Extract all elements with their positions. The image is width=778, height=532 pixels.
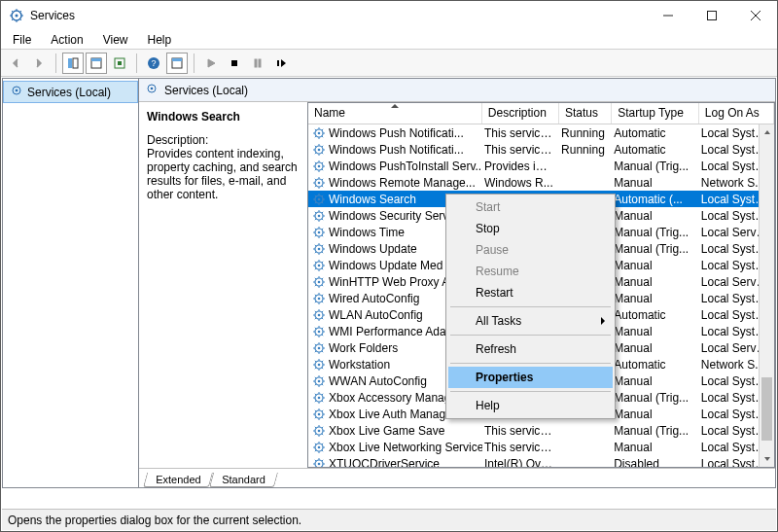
gear-icon bbox=[312, 176, 326, 190]
svg-point-27 bbox=[318, 181, 321, 184]
forward-button[interactable] bbox=[28, 53, 50, 74]
col-name[interactable]: Name bbox=[308, 103, 482, 124]
stop-service-button[interactable] bbox=[224, 53, 245, 74]
cell-name: Windows Push Notificati... bbox=[329, 126, 464, 140]
statusbar-text: Opens the properties dialog box for the … bbox=[8, 514, 301, 527]
cell-startup: Manual (Trig... bbox=[612, 160, 699, 173]
titlebar: Services bbox=[1, 1, 777, 30]
help-button[interactable]: ? bbox=[143, 53, 164, 74]
cell-name: Windows Security Serv bbox=[329, 209, 448, 223]
minimize-button[interactable] bbox=[646, 1, 690, 30]
description-label: Description: bbox=[147, 133, 300, 147]
services-icon bbox=[9, 8, 24, 23]
gear-icon bbox=[312, 226, 326, 239]
back-button[interactable] bbox=[5, 53, 26, 74]
cell-startup: Automatic bbox=[612, 358, 699, 372]
services-icon bbox=[10, 84, 23, 100]
cell-status: Running bbox=[559, 143, 612, 157]
menu-help[interactable]: Help bbox=[140, 31, 180, 49]
gear-icon bbox=[312, 457, 326, 468]
gear-icon bbox=[312, 292, 326, 305]
svg-point-19 bbox=[151, 88, 154, 90]
ctx-all-tasks[interactable]: All Tasks bbox=[448, 310, 613, 332]
gear-icon bbox=[312, 441, 326, 454]
table-row[interactable]: Windows Remote Manage...Windows R...Manu… bbox=[308, 174, 774, 191]
gear-icon bbox=[312, 374, 326, 388]
cell-description: This service ... bbox=[482, 424, 559, 438]
ctx-start[interactable]: Start bbox=[448, 196, 613, 218]
cell-name: Work Folders bbox=[329, 341, 398, 355]
tab-extended[interactable]: Extended bbox=[143, 473, 214, 487]
cell-startup: Manual bbox=[612, 209, 699, 223]
ctx-pause[interactable]: Pause bbox=[448, 239, 613, 261]
description-pane: Windows Search Description: Provides con… bbox=[139, 102, 307, 468]
cell-startup: Manual (Trig... bbox=[612, 424, 699, 438]
gear-icon bbox=[312, 308, 326, 322]
cell-name: WMI Performance Ada bbox=[329, 325, 446, 338]
pause-service-button[interactable] bbox=[247, 53, 268, 74]
statusbar: Opens the properties dialog box for the … bbox=[2, 509, 776, 530]
table-row[interactable]: Windows Push Notificati...This service .… bbox=[308, 141, 774, 158]
svg-point-61 bbox=[318, 462, 321, 465]
svg-point-37 bbox=[318, 264, 321, 266]
content-header-title: Services (Local) bbox=[164, 84, 248, 97]
cell-startup: Manual bbox=[612, 374, 699, 388]
cell-startup: Manual bbox=[612, 275, 699, 289]
svg-rect-6 bbox=[91, 58, 101, 61]
export-list-button[interactable] bbox=[86, 53, 107, 74]
view-tabs: Extended Standard bbox=[139, 468, 775, 487]
content-header: Services (Local) bbox=[139, 79, 775, 102]
nav-services-local[interactable]: Services (Local) bbox=[3, 81, 138, 103]
show-hide-tree-button[interactable] bbox=[62, 53, 84, 74]
svg-rect-3 bbox=[68, 58, 72, 68]
svg-point-41 bbox=[318, 297, 321, 300]
menu-file[interactable]: File bbox=[5, 31, 39, 49]
svg-rect-2 bbox=[707, 12, 716, 20]
refresh-button[interactable] bbox=[109, 53, 130, 74]
table-row[interactable]: Xbox Live Game SaveThis service ...Manua… bbox=[308, 422, 774, 439]
col-logon[interactable]: Log On As bbox=[699, 103, 774, 124]
gear-icon bbox=[312, 424, 326, 438]
ctx-stop[interactable]: Stop bbox=[448, 218, 613, 239]
scroll-thumb[interactable] bbox=[761, 377, 772, 441]
cell-name: Xbox Live Auth Manager bbox=[329, 408, 456, 421]
cell-name: Windows Remote Manage... bbox=[329, 176, 476, 190]
table-row[interactable]: Windows Push Notificati...This service .… bbox=[308, 124, 774, 141]
properties-button[interactable] bbox=[166, 53, 188, 74]
cell-startup: Manual (Trig... bbox=[612, 391, 699, 405]
ctx-restart[interactable]: Restart bbox=[448, 282, 613, 303]
menubar: File Action View Help bbox=[1, 30, 777, 50]
cell-status: Running bbox=[559, 126, 612, 140]
description-text: Provides content indexing, property cach… bbox=[147, 147, 300, 201]
tab-standard[interactable]: Standard bbox=[209, 473, 278, 487]
gear-icon bbox=[312, 325, 326, 338]
svg-rect-11 bbox=[172, 58, 182, 61]
gear-icon bbox=[312, 126, 326, 140]
scroll-down-button[interactable] bbox=[760, 451, 774, 467]
menu-view[interactable]: View bbox=[95, 31, 136, 49]
table-row[interactable]: Xbox Live Networking ServiceThis service… bbox=[308, 439, 774, 455]
table-row[interactable]: XTUOCDriverServiceIntel(R) Ove...Disable… bbox=[308, 455, 774, 467]
gear-icon bbox=[312, 408, 326, 421]
col-description[interactable]: Description bbox=[482, 103, 559, 124]
close-button[interactable] bbox=[733, 1, 777, 30]
maximize-button[interactable] bbox=[690, 1, 733, 30]
cell-startup: Manual (Trig... bbox=[612, 226, 699, 239]
ctx-help[interactable]: Help bbox=[448, 395, 613, 416]
cell-startup: Manual bbox=[612, 441, 699, 454]
menu-action[interactable]: Action bbox=[43, 31, 90, 49]
svg-point-21 bbox=[318, 131, 321, 134]
table-row[interactable]: Windows PushToInstall Serv...Provides in… bbox=[308, 158, 774, 174]
cell-name: WinHTTP Web Proxy A bbox=[329, 275, 449, 289]
ctx-properties[interactable]: Properties bbox=[448, 367, 613, 388]
start-service-button[interactable] bbox=[200, 53, 222, 74]
col-status[interactable]: Status bbox=[559, 103, 612, 124]
restart-service-button[interactable] bbox=[270, 53, 292, 74]
svg-point-17 bbox=[16, 89, 18, 92]
col-startup[interactable]: Startup Type bbox=[612, 103, 699, 124]
ctx-refresh[interactable]: Refresh bbox=[448, 338, 613, 360]
cell-startup: Disabled bbox=[612, 457, 699, 468]
vertical-scrollbar[interactable] bbox=[759, 124, 774, 467]
ctx-resume[interactable]: Resume bbox=[448, 261, 613, 282]
scroll-up-button[interactable] bbox=[760, 124, 774, 140]
